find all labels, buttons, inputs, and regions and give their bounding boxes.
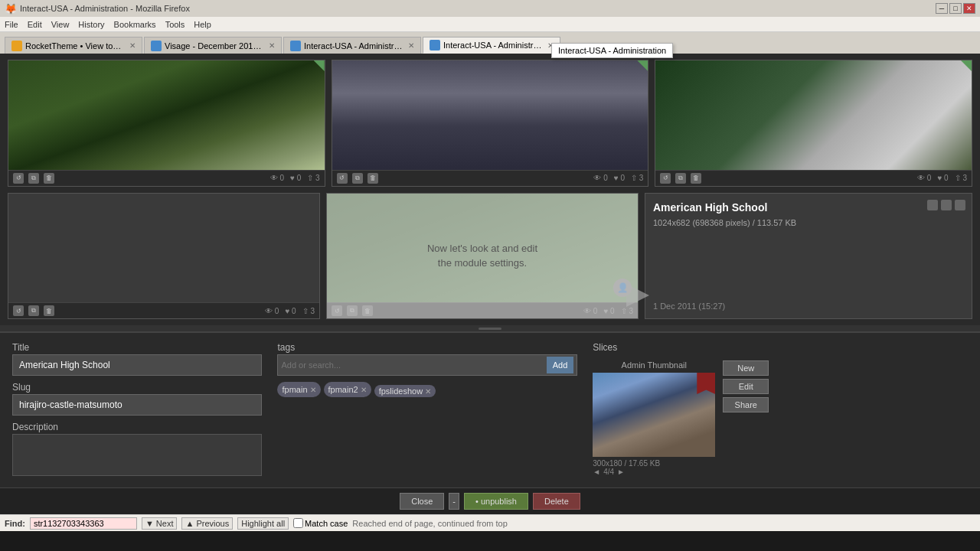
card-4-toolbar: ↺ ⧉ 🗑 👁 0 ♥ 0 ⇧ 3 <box>8 302 319 318</box>
find-next-label: Next <box>156 519 174 528</box>
card-3-eye-count: 👁 0 <box>917 174 931 182</box>
find-next-button[interactable]: ▼ Next <box>142 517 178 530</box>
card-3-copy-icon[interactable]: ⧉ <box>675 173 686 184</box>
title-input[interactable] <box>12 354 262 376</box>
slice-share-button[interactable]: Share <box>723 397 769 412</box>
find-input[interactable] <box>30 517 137 530</box>
window-title: Interact-USA - Administration - Mozilla … <box>20 4 190 13</box>
gallery-row-2: ↺ ⧉ 🗑 👁 0 ♥ 0 ⇧ 3 👤 Now let's look <box>8 193 972 320</box>
card-2-delete-icon[interactable]: 🗑 <box>368 173 378 184</box>
gallery-row-1: ↺ ⧉ 🗑 👁 0 ♥ 0 ⇧ 3 ↺ ⧉ 🗑 <box>8 60 972 187</box>
overlay-arrow <box>615 272 661 318</box>
card-4-image <box>8 194 319 303</box>
delete-button[interactable]: Delete <box>533 493 580 510</box>
card-4-refresh-icon[interactable]: ↺ <box>13 305 24 316</box>
card-2-heart-count: ♥ 0 <box>614 174 625 182</box>
tab-4-icon <box>430 40 440 51</box>
thumb-meta-text: 300x180 / 17.65 KB <box>593 459 715 468</box>
slice-buttons: New Edit Share <box>723 360 769 412</box>
card-3-refresh-icon[interactable]: ↺ <box>660 173 671 184</box>
gallery-card-3[interactable]: ↺ ⧉ 🗑 👁 0 ♥ 0 ⇧ 3 <box>655 60 972 187</box>
tag-fpslideshow-label: fpslideshow <box>379 386 423 396</box>
tab-2-close[interactable]: ✕ <box>269 41 275 50</box>
tab-1-close[interactable]: ✕ <box>129 41 136 50</box>
tab-3[interactable]: Interact-USA - Administration ✕ <box>283 37 421 54</box>
find-next-arrow: ▼ <box>145 519 154 528</box>
svg-marker-0 <box>626 284 649 307</box>
tab-2[interactable]: Visage - December 2011 Template De... ✕ <box>144 37 282 54</box>
close-button[interactable]: Close <box>400 493 444 510</box>
find-status: Reached end of page, continued from top <box>352 519 507 528</box>
tab-4[interactable]: Interact-USA - Administration ✕ <box>423 37 560 54</box>
menu-help[interactable]: Help <box>194 20 211 29</box>
tags-add-button[interactable]: Add <box>547 357 574 373</box>
tab-3-close[interactable]: ✕ <box>408 41 414 50</box>
info-card[interactable]: American High School 1024x682 (698368 pi… <box>645 193 972 320</box>
menu-history[interactable]: History <box>78 20 104 29</box>
thumb-prev-icon[interactable]: ◄ <box>593 468 600 476</box>
card-1-copy-icon[interactable]: ⧉ <box>28 173 39 184</box>
main-content: ↺ ⧉ 🗑 👁 0 ♥ 0 ⇧ 3 ↺ ⧉ 🗑 <box>0 54 980 514</box>
resize-handle-bar <box>479 328 501 330</box>
menu-bookmarks[interactable]: Bookmarks <box>114 20 156 29</box>
form-area: Title Slug Description tags Add <box>0 331 980 487</box>
card-2-share-count: ⇧ 3 <box>631 174 643 182</box>
card-4-share-count: ⇧ 3 <box>302 307 315 315</box>
menu-file[interactable]: File <box>5 20 18 29</box>
title-label: Title <box>12 342 262 353</box>
gallery-card-5[interactable]: 👤 Now let's look at and editthe module s… <box>326 193 639 320</box>
card-4-copy-icon[interactable]: ⧉ <box>28 305 39 316</box>
tags-search-input[interactable] <box>281 360 543 370</box>
match-case-check[interactable] <box>293 518 303 528</box>
tab-1-icon <box>11 41 22 51</box>
tag-fpmain-close[interactable]: ✕ <box>310 386 316 394</box>
find-highlight-button[interactable]: Highlight all <box>237 517 289 530</box>
slice-edit-button[interactable]: Edit <box>723 379 769 394</box>
separator-button[interactable]: - <box>449 493 459 510</box>
card-2-refresh-icon[interactable]: ↺ <box>337 173 348 184</box>
tag-fpslideshow-close[interactable]: ✕ <box>425 387 431 396</box>
gallery-card-1[interactable]: ↺ ⧉ 🗑 👁 0 ♥ 0 ⇧ 3 <box>8 60 325 187</box>
slug-label: Slug <box>12 382 262 393</box>
gallery-card-2[interactable]: ↺ ⧉ 🗑 👁 0 ♥ 0 ⇧ 3 <box>332 60 649 187</box>
gallery-card-4[interactable]: ↺ ⧉ 🗑 👁 0 ♥ 0 ⇧ 3 <box>8 193 320 320</box>
menu-edit[interactable]: Edit <box>28 20 42 29</box>
info-delete-icon[interactable] <box>955 200 965 210</box>
slug-input[interactable] <box>12 394 262 416</box>
resize-handle[interactable] <box>0 325 980 331</box>
card-1-refresh-icon[interactable]: ↺ <box>13 173 24 184</box>
card-3-image <box>655 60 972 170</box>
card-2-copy-icon[interactable]: ⧉ <box>352 173 363 184</box>
info-refresh-icon[interactable] <box>927 200 938 210</box>
close-button[interactable]: ✕ <box>963 3 975 14</box>
match-case-checkbox[interactable]: Match case <box>293 518 348 528</box>
description-textarea[interactable] <box>12 434 262 476</box>
card-3-share-count: ⇧ 3 <box>955 174 967 182</box>
tag-fpmain2-close[interactable]: ✕ <box>361 386 367 394</box>
card-3-delete-icon[interactable]: 🗑 <box>691 173 701 184</box>
card-2-eye-count: 👁 0 <box>593 174 607 182</box>
info-card-icons <box>927 200 965 210</box>
tab-1[interactable]: RocketTheme • View topic - Can't lin... … <box>5 37 142 54</box>
info-edit-icon[interactable] <box>941 200 952 210</box>
card-3-toolbar: ↺ ⧉ 🗑 👁 0 ♥ 0 ⇧ 3 <box>655 170 972 186</box>
form-col-1: Title Slug Description <box>12 342 262 478</box>
tab-bar: RocketTheme • View topic - Can't lin... … <box>0 32 980 54</box>
thumb-next-icon[interactable]: ► <box>617 468 625 476</box>
card-4-delete-icon[interactable]: 🗑 <box>44 305 54 316</box>
slice-new-button[interactable]: New <box>723 360 769 376</box>
unpublish-button[interactable]: • unpublish <box>464 493 528 510</box>
info-card-meta: 1024x682 (698368 pixels) / 113.57 KB <box>653 218 964 227</box>
find-previous-button[interactable]: ▲ Previous <box>181 517 233 530</box>
gallery-overlay-text: Now let's look at and editthe module set… <box>427 241 537 271</box>
form-col-tags: tags Add fpmain ✕ fpmain2 ✕ fpslideshow … <box>277 342 577 478</box>
menu-tools[interactable]: Tools <box>165 20 185 29</box>
form-col-slices: Slices Admin Thumbnail 300x180 / 17.65 K… <box>593 342 968 478</box>
gallery-area: ↺ ⧉ 🗑 👁 0 ♥ 0 ⇧ 3 ↺ ⧉ 🗑 <box>0 54 980 325</box>
card-1-toolbar: ↺ ⧉ 🗑 👁 0 ♥ 0 ⇧ 3 <box>8 170 325 186</box>
minimize-button[interactable]: ─ <box>936 3 948 14</box>
menu-view[interactable]: View <box>51 20 70 29</box>
tags-input-wrap[interactable]: Add <box>277 354 577 376</box>
card-1-delete-icon[interactable]: 🗑 <box>44 173 54 184</box>
maximize-button[interactable]: □ <box>949 3 962 14</box>
